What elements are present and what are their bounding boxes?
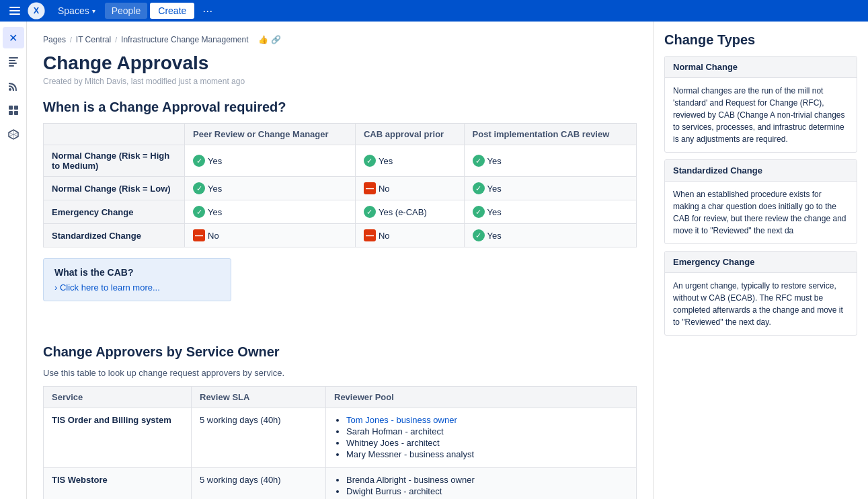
col-header-1: Peer Review or Change Manager — [185, 124, 356, 145]
info-box: What is the CAB? › Click here to learn m… — [43, 258, 231, 301]
cell-yes: ✓ Yes — [364, 155, 456, 167]
spaces-button[interactable]: Spaces ▾ — [51, 3, 102, 19]
reviewer-col-header: Reviewer Pool — [326, 387, 637, 408]
sidebar-icon-feed[interactable] — [3, 75, 24, 97]
svg-point-9 — [9, 88, 11, 91]
svg-rect-12 — [9, 111, 13, 115]
right-panel: Change Types Normal ChangeNormal changes… — [653, 22, 868, 499]
yes-icon: ✓ — [193, 182, 205, 194]
row-label: Normal Change (Risk = Low) — [44, 177, 185, 200]
cell-yes: ✓ Yes — [193, 155, 347, 167]
yes-icon: ✓ — [473, 206, 485, 218]
cell-yes: ✓ Yes — [473, 206, 628, 218]
svg-rect-2 — [9, 13, 20, 15]
svg-rect-0 — [9, 7, 20, 8]
yes-icon: ✓ — [473, 182, 485, 194]
reviewer-pool: Tom Jones - business ownerSarah Hofman -… — [326, 408, 637, 468]
list-item: Tom Jones - business owner — [346, 415, 628, 425]
breadcrumb-pages[interactable]: Pages — [43, 35, 66, 44]
sidebar-icon-apps[interactable] — [3, 100, 24, 121]
col-header-2: CAB approval prior — [355, 124, 464, 145]
spacer — [43, 317, 637, 344]
sidebar-icon-pages[interactable] — [3, 51, 24, 73]
list-item: Brenda Albright - business owner — [346, 475, 628, 485]
yes-icon: ✓ — [193, 206, 205, 218]
breadcrumb: Pages / IT Central / Infrastructure Chan… — [43, 35, 637, 44]
svg-rect-7 — [9, 63, 17, 64]
cell-yes: ✓ Yes — [193, 206, 347, 218]
cell-yes: ✓ Yes — [473, 182, 628, 194]
service-name: TIS Webstore — [44, 468, 192, 500]
breadcrumb-it-central[interactable]: IT Central — [76, 35, 111, 44]
cell-no: — No — [364, 182, 456, 194]
sidebar-icon-home[interactable]: ✕ — [3, 27, 24, 48]
svg-rect-5 — [9, 57, 18, 59]
row-label: Normal Change (Risk = High to Medium) — [44, 145, 185, 177]
list-item: Mary Messner - business analyst — [346, 449, 628, 459]
service-sla: 5 working days (40h) — [192, 408, 326, 468]
no-icon: — — [193, 229, 205, 241]
service-sla: 5 working days (40h) — [192, 468, 326, 500]
col-header-3: Post implementation CAB review — [464, 124, 636, 145]
approval-section-title: When is a Change Approval required? — [43, 100, 637, 115]
create-button[interactable]: Create — [150, 3, 194, 19]
change-type-header: Standardized Change — [665, 160, 857, 182]
hamburger-menu[interactable] — [5, 3, 24, 19]
cell-no: — No — [364, 229, 456, 241]
change-type-header: Emergency Change — [665, 252, 857, 273]
page-meta: Created by Mitch Davis, last modified ju… — [43, 77, 637, 86]
change-type-cards: Normal ChangeNormal changes are the run … — [664, 56, 857, 336]
service-name: TIS Order and Billing system — [44, 408, 192, 468]
change-type-body: An urgent change, typically to restore s… — [665, 273, 857, 335]
svg-rect-6 — [9, 60, 15, 61]
change-type-body: When an established procedure exists for… — [665, 182, 857, 243]
cell-yes: ✓ Yes — [473, 155, 628, 167]
cell-yes: ✓ Yes — [193, 182, 347, 194]
cell-yes: ✓ Yes — [473, 229, 628, 241]
change-type-body: Normal changes are the run of the mill n… — [665, 78, 857, 152]
list-item: Sarah Hofman - architect — [346, 426, 628, 436]
change-type-card: Standardized ChangeWhen an established p… — [664, 159, 857, 244]
approval-table: Peer Review or Change Manager CAB approv… — [43, 123, 637, 247]
bookmark-icon[interactable]: 🔗 — [271, 35, 281, 44]
page-title: Change Approvals — [43, 52, 637, 74]
svg-rect-1 — [9, 10, 20, 11]
sidebar-icon-component[interactable] — [3, 124, 24, 145]
people-button[interactable]: People — [105, 3, 148, 19]
svg-rect-8 — [9, 65, 14, 67]
row-label: Standardized Change — [44, 224, 185, 247]
yes-icon: ✓ — [364, 206, 376, 218]
left-sidebar: ✕ — [0, 22, 27, 499]
approvers-subtitle: Use this table to look up change request… — [43, 368, 637, 378]
cell-yes: ✓ Yes (e-CAB) — [364, 206, 456, 218]
approvers-section-title: Change Approvers by Service Owner — [43, 344, 637, 360]
row-label: Emergency Change — [44, 200, 185, 224]
change-type-card: Emergency ChangeAn urgent change, typica… — [664, 251, 857, 336]
more-button[interactable]: ··· — [197, 1, 218, 21]
breadcrumb-page[interactable]: Infrastructure Change Management — [121, 35, 248, 44]
change-type-header: Normal Change — [665, 56, 857, 78]
change-type-card: Normal ChangeNormal changes are the run … — [664, 56, 857, 153]
info-box-link[interactable]: › Click here to learn more... — [54, 282, 160, 293]
topnav: X Spaces ▾ People Create ··· — [0, 0, 868, 22]
list-item: Whitney Joes - architect — [346, 438, 628, 448]
service-col-header: Service — [44, 387, 192, 408]
yes-icon: ✓ — [473, 229, 485, 241]
content-area: Pages / IT Central / Infrastructure Chan… — [27, 22, 653, 499]
main-wrapper: Pages / IT Central / Infrastructure Chan… — [27, 22, 868, 499]
yes-icon: ✓ — [193, 155, 205, 167]
sla-col-header: Review SLA — [192, 387, 326, 408]
info-box-title: What is the CAB? — [54, 267, 220, 278]
yes-icon: ✓ — [364, 155, 376, 167]
no-icon: — — [364, 229, 376, 241]
confluence-logo[interactable]: X — [27, 1, 46, 20]
svg-text:X: X — [34, 6, 40, 15]
right-panel-title: Change Types — [664, 32, 857, 48]
yes-icon: ✓ — [473, 155, 485, 167]
col-header-0 — [44, 124, 185, 145]
cell-no: — No — [193, 229, 347, 241]
no-icon: — — [364, 182, 376, 194]
list-item: Dwight Burrus - architect — [346, 486, 628, 496]
like-icon[interactable]: 👍 — [258, 35, 268, 44]
reviewer-link[interactable]: Tom Jones - business owner — [346, 415, 457, 425]
